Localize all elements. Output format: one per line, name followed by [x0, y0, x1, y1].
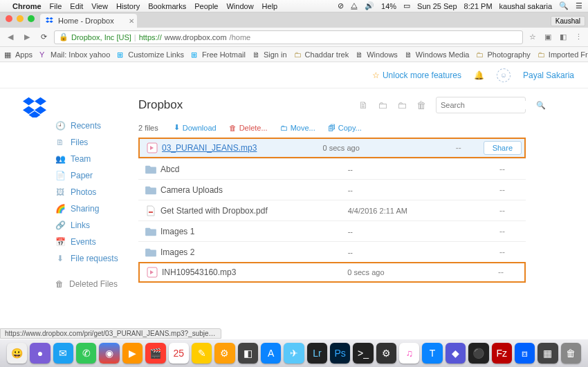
dock-app-icon[interactable]: 25	[169, 343, 189, 364]
sidebar-item-photos[interactable]: 🖼Photos	[55, 184, 138, 200]
menubar-date[interactable]: Sun 25 Sep	[417, 2, 457, 10]
dock-app-icon[interactable]: ⚙	[376, 343, 396, 364]
browser-tab[interactable]: Home - Dropbox ✕	[40, 14, 137, 28]
unlock-features-link[interactable]: ☆ Unlock more features	[372, 70, 461, 80]
dock-app-icon[interactable]: 🎬	[145, 343, 165, 364]
dock-app-icon[interactable]: >_	[353, 343, 373, 364]
bookmark-item[interactable]: 🗀Chaddar trek	[294, 50, 349, 59]
url-host: www.dropbox.com	[165, 33, 227, 41]
menu-bookmarks[interactable]: Bookmarks	[148, 2, 186, 10]
bookmark-item[interactable]: YMail: Inbox yahoo	[39, 50, 110, 59]
bookmark-item[interactable]: 🗎Windows Media	[405, 50, 470, 59]
address-bar[interactable]: 🔒 Dropbox, Inc [US] | https://www.dropbo…	[54, 30, 523, 44]
dock-app-icon[interactable]: ●	[30, 343, 50, 364]
dock-app-icon[interactable]: ▦	[538, 343, 558, 364]
bookmark-item[interactable]: ⊞Free Hotmail	[191, 50, 246, 59]
dock-app-icon[interactable]: ◉	[99, 343, 119, 364]
search-icon[interactable]: 🔍	[559, 1, 569, 10]
sidebar-item-links[interactable]: 🔗Links	[55, 217, 138, 234]
menubar-app[interactable]: Chrome	[12, 2, 42, 10]
bookmark-item[interactable]: 🗀Imported From IE	[538, 50, 588, 59]
file-row[interactable]: Images 1 -- --	[138, 220, 526, 241]
dock-app-icon[interactable]: 😀	[7, 343, 27, 364]
file-row[interactable]: Camera Uploads -- --	[138, 179, 526, 200]
dock-app-icon[interactable]: ◧	[238, 343, 258, 364]
volume-icon[interactable]: 🔊	[365, 1, 374, 10]
bookmark-item[interactable]: 🗀Photography	[476, 50, 530, 59]
bookmark-item[interactable]: ⊞Customize Links	[117, 50, 184, 59]
chrome-menu-icon[interactable]: ⋮	[573, 32, 584, 43]
sidebar-item-paper[interactable]: 📄Paper	[55, 167, 138, 184]
delete-button[interactable]: 🗑Delete...	[229, 124, 268, 132]
dock-app-icon[interactable]: Ps	[330, 343, 350, 364]
dock-app-icon[interactable]: ◆	[445, 343, 466, 364]
dock-app-icon[interactable]: ⚙	[214, 343, 235, 364]
file-modified: --	[348, 227, 481, 236]
menubar-time[interactable]: 8:21 PM	[464, 2, 493, 10]
menu-help[interactable]: Help	[262, 2, 278, 10]
file-row[interactable]: Abcd -- --	[138, 158, 526, 179]
dock-app-icon[interactable]: T	[422, 343, 442, 364]
dock-app-icon[interactable]: A	[261, 343, 281, 364]
dropbox-logo[interactable]	[14, 88, 55, 289]
dock-app-icon[interactable]: Lr	[307, 343, 327, 364]
dock-app-icon[interactable]: 🗑	[561, 343, 581, 364]
shared-folder-icon[interactable]: 🗀	[397, 100, 407, 111]
dock-app-icon[interactable]: ⚫	[468, 343, 488, 364]
file-row[interactable]: INH109543160.mp3 0 secs ago --	[138, 262, 526, 283]
star-icon[interactable]: ☆	[527, 32, 538, 43]
dock-app-icon[interactable]: ♫	[399, 343, 419, 364]
avatar[interactable]: ☺	[497, 68, 511, 82]
trash-icon[interactable]: 🗑	[416, 100, 426, 111]
minimize-window-button[interactable]	[17, 15, 24, 22]
menu-history[interactable]: History	[116, 2, 140, 10]
search-input[interactable]: 🔍	[436, 97, 526, 113]
chrome-profile-button[interactable]: Kaushal	[551, 16, 585, 26]
menu-edit[interactable]: Edit	[70, 2, 83, 10]
menu-window[interactable]: Window	[226, 2, 253, 10]
action-bar: 2 files ⬇Download 🗑Delete... 🗀Move... 🗐C…	[138, 113, 526, 138]
reload-button[interactable]: ⟳	[37, 31, 50, 44]
upload-file-icon[interactable]: 🗎	[358, 100, 368, 111]
close-tab-icon[interactable]: ✕	[129, 17, 134, 25]
file-row[interactable]: Images 2 -- --	[138, 241, 526, 262]
sidebar-item-recents[interactable]: 🕘Recents	[55, 117, 138, 134]
dock-app-icon[interactable]: ✈	[284, 343, 304, 364]
bookmark-item[interactable]: 🗎Windows	[356, 50, 398, 59]
copy-button[interactable]: 🗐Copy...	[328, 124, 362, 132]
menu-people[interactable]: People	[194, 2, 218, 10]
cast-icon[interactable]: ▣	[542, 32, 553, 43]
dock-app-icon[interactable]: ✆	[76, 343, 96, 364]
move-button[interactable]: 🗀Move...	[280, 124, 315, 132]
wifi-icon[interactable]: ⧋	[351, 1, 358, 10]
menu-icon[interactable]: ☰	[576, 1, 582, 10]
sidebar-item-sharing[interactable]: 🌈Sharing	[55, 200, 138, 217]
menubar-user[interactable]: kaushal sakaria	[499, 2, 552, 10]
sidebar-item-team[interactable]: 👥Team	[55, 151, 138, 167]
dock-app-icon[interactable]: ▶	[122, 343, 143, 364]
notifications-icon[interactable]: 🔔	[474, 70, 484, 80]
file-row[interactable]: Get Started with Dropbox.pdf 4/4/2016 2:…	[138, 200, 526, 220]
menu-view[interactable]: View	[91, 2, 108, 10]
menu-file[interactable]: File	[50, 2, 62, 10]
sidebar-item-file-requests[interactable]: ⬇File requests	[55, 250, 138, 267]
dock-app-icon[interactable]: Fz	[492, 343, 512, 364]
sidebar-item-files[interactable]: 🗎Files	[55, 134, 138, 151]
bookmark-item[interactable]: 🗎Sign in	[252, 50, 287, 59]
new-folder-icon[interactable]: 🗀	[378, 100, 387, 111]
account-name[interactable]: Payal Sakaria	[523, 70, 574, 80]
download-button[interactable]: ⬇Download	[174, 123, 217, 132]
sidebar-item-events[interactable]: 📅Events	[55, 234, 138, 250]
bookmark-apps[interactable]: ▦Apps	[4, 50, 33, 59]
close-window-button[interactable]	[6, 15, 12, 22]
back-button[interactable]: ◀	[4, 31, 17, 44]
dock-app-icon[interactable]: ✎	[192, 343, 212, 364]
dock-app-icon[interactable]: ✉	[53, 343, 73, 364]
sidebar-item-deleted[interactable]: 🗑Deleted Files	[55, 279, 138, 289]
file-row[interactable]: 03_PURANI_JEANS.mp3 0 secs ago -- Share	[138, 138, 526, 158]
file-name[interactable]: 03_PURANI_JEANS.mp3	[162, 143, 257, 153]
dock-app-icon[interactable]: ⧈	[515, 343, 535, 364]
extension-icon[interactable]: ◧	[558, 32, 569, 43]
maximize-window-button[interactable]	[28, 15, 35, 22]
share-button[interactable]: Share	[484, 141, 522, 155]
